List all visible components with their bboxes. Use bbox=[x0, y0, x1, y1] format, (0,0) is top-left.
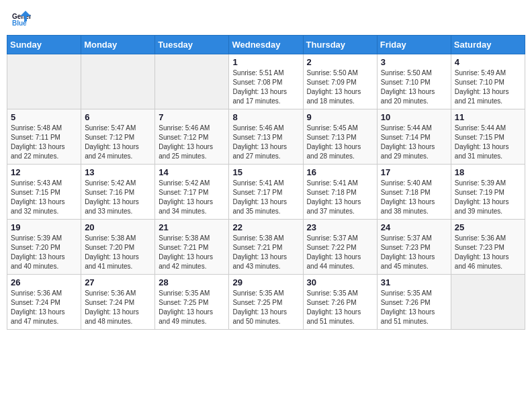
calendar-cell: 19Sunrise: 5:39 AM Sunset: 7:20 PM Dayli… bbox=[7, 220, 81, 275]
day-detail: Sunrise: 5:35 AM Sunset: 7:25 PM Dayligh… bbox=[159, 289, 225, 326]
day-number: 26 bbox=[11, 277, 77, 287]
day-detail: Sunrise: 5:37 AM Sunset: 7:22 PM Dayligh… bbox=[307, 234, 373, 271]
day-number: 5 bbox=[11, 112, 77, 122]
day-number: 13 bbox=[85, 167, 151, 177]
calendar-cell: 23Sunrise: 5:37 AM Sunset: 7:22 PM Dayli… bbox=[303, 220, 377, 275]
calendar-cell: 15Sunrise: 5:41 AM Sunset: 7:17 PM Dayli… bbox=[229, 165, 303, 220]
calendar-cell: 17Sunrise: 5:40 AM Sunset: 7:18 PM Dayli… bbox=[377, 165, 451, 220]
day-number: 2 bbox=[307, 57, 373, 67]
calendar-cell bbox=[7, 54, 81, 109]
weekday-header-monday: Monday bbox=[81, 36, 155, 54]
day-number: 25 bbox=[455, 222, 521, 232]
calendar-cell: 18Sunrise: 5:39 AM Sunset: 7:19 PM Dayli… bbox=[451, 165, 525, 220]
day-number: 19 bbox=[11, 222, 77, 232]
weekday-header-saturday: Saturday bbox=[451, 36, 525, 54]
day-number: 12 bbox=[11, 167, 77, 177]
day-number: 9 bbox=[307, 112, 373, 122]
calendar-week-5: 26Sunrise: 5:36 AM Sunset: 7:24 PM Dayli… bbox=[7, 275, 525, 330]
calendar-week-1: 1Sunrise: 5:51 AM Sunset: 7:08 PM Daylig… bbox=[7, 54, 525, 109]
calendar-cell: 8Sunrise: 5:46 AM Sunset: 7:13 PM Daylig… bbox=[229, 109, 303, 165]
day-detail: Sunrise: 5:42 AM Sunset: 7:17 PM Dayligh… bbox=[159, 179, 225, 216]
day-number: 11 bbox=[455, 112, 521, 122]
day-detail: Sunrise: 5:38 AM Sunset: 7:21 PM Dayligh… bbox=[232, 234, 299, 271]
day-number: 24 bbox=[381, 222, 447, 232]
day-number: 16 bbox=[307, 167, 373, 177]
calendar-cell bbox=[451, 275, 525, 330]
weekday-header-friday: Friday bbox=[377, 36, 451, 54]
calendar-cell: 21Sunrise: 5:38 AM Sunset: 7:21 PM Dayli… bbox=[155, 220, 229, 275]
day-number: 14 bbox=[159, 167, 225, 177]
day-number: 23 bbox=[307, 222, 373, 232]
day-detail: Sunrise: 5:37 AM Sunset: 7:23 PM Dayligh… bbox=[381, 234, 447, 271]
day-detail: Sunrise: 5:47 AM Sunset: 7:12 PM Dayligh… bbox=[85, 124, 151, 161]
day-detail: Sunrise: 5:50 AM Sunset: 7:10 PM Dayligh… bbox=[381, 68, 447, 106]
day-number: 18 bbox=[455, 167, 521, 177]
page-header: General Blue bbox=[7, 7, 525, 31]
day-number: 15 bbox=[232, 167, 299, 177]
day-detail: Sunrise: 5:36 AM Sunset: 7:24 PM Dayligh… bbox=[85, 289, 151, 326]
day-detail: Sunrise: 5:39 AM Sunset: 7:19 PM Dayligh… bbox=[455, 179, 521, 216]
weekday-header-row: SundayMondayTuesdayWednesdayThursdayFrid… bbox=[7, 36, 525, 54]
calendar-cell: 1Sunrise: 5:51 AM Sunset: 7:08 PM Daylig… bbox=[229, 54, 303, 109]
calendar-cell bbox=[81, 54, 155, 109]
logo: General Blue bbox=[12, 9, 34, 28]
calendar-cell: 29Sunrise: 5:35 AM Sunset: 7:25 PM Dayli… bbox=[229, 275, 303, 330]
calendar-cell: 13Sunrise: 5:42 AM Sunset: 7:16 PM Dayli… bbox=[81, 165, 155, 220]
calendar-cell: 14Sunrise: 5:42 AM Sunset: 7:17 PM Dayli… bbox=[155, 165, 229, 220]
calendar-cell: 12Sunrise: 5:43 AM Sunset: 7:15 PM Dayli… bbox=[7, 165, 81, 220]
day-detail: Sunrise: 5:41 AM Sunset: 7:18 PM Dayligh… bbox=[307, 179, 373, 216]
calendar-cell: 30Sunrise: 5:35 AM Sunset: 7:26 PM Dayli… bbox=[303, 275, 377, 330]
day-number: 21 bbox=[159, 222, 225, 232]
day-number: 28 bbox=[159, 277, 225, 287]
calendar-header: SundayMondayTuesdayWednesdayThursdayFrid… bbox=[7, 36, 525, 54]
day-detail: Sunrise: 5:38 AM Sunset: 7:20 PM Dayligh… bbox=[85, 234, 151, 271]
calendar-cell: 25Sunrise: 5:36 AM Sunset: 7:23 PM Dayli… bbox=[451, 220, 525, 275]
calendar-body: 1Sunrise: 5:51 AM Sunset: 7:08 PM Daylig… bbox=[7, 54, 525, 330]
calendar-cell: 31Sunrise: 5:35 AM Sunset: 7:26 PM Dayli… bbox=[377, 275, 451, 330]
calendar-cell: 2Sunrise: 5:50 AM Sunset: 7:09 PM Daylig… bbox=[303, 54, 377, 109]
day-detail: Sunrise: 5:44 AM Sunset: 7:15 PM Dayligh… bbox=[455, 124, 521, 161]
calendar-table: SundayMondayTuesdayWednesdayThursdayFrid… bbox=[7, 35, 525, 330]
calendar-week-3: 12Sunrise: 5:43 AM Sunset: 7:15 PM Dayli… bbox=[7, 165, 525, 220]
day-detail: Sunrise: 5:35 AM Sunset: 7:25 PM Dayligh… bbox=[232, 289, 299, 326]
day-number: 6 bbox=[85, 112, 151, 122]
day-number: 7 bbox=[159, 112, 225, 122]
weekday-header-wednesday: Wednesday bbox=[229, 36, 303, 54]
day-detail: Sunrise: 5:38 AM Sunset: 7:21 PM Dayligh… bbox=[159, 234, 225, 271]
calendar-cell: 26Sunrise: 5:36 AM Sunset: 7:24 PM Dayli… bbox=[7, 275, 81, 330]
day-detail: Sunrise: 5:46 AM Sunset: 7:12 PM Dayligh… bbox=[159, 124, 225, 161]
day-number: 17 bbox=[381, 167, 447, 177]
day-detail: Sunrise: 5:40 AM Sunset: 7:18 PM Dayligh… bbox=[381, 179, 447, 216]
weekday-header-tuesday: Tuesday bbox=[155, 36, 229, 54]
calendar-cell: 11Sunrise: 5:44 AM Sunset: 7:15 PM Dayli… bbox=[451, 109, 525, 165]
calendar-cell: 27Sunrise: 5:36 AM Sunset: 7:24 PM Dayli… bbox=[81, 275, 155, 330]
calendar-cell: 20Sunrise: 5:38 AM Sunset: 7:20 PM Dayli… bbox=[81, 220, 155, 275]
day-detail: Sunrise: 5:42 AM Sunset: 7:16 PM Dayligh… bbox=[85, 179, 151, 216]
calendar-cell: 6Sunrise: 5:47 AM Sunset: 7:12 PM Daylig… bbox=[81, 109, 155, 165]
day-detail: Sunrise: 5:41 AM Sunset: 7:17 PM Dayligh… bbox=[232, 179, 299, 216]
day-number: 29 bbox=[232, 277, 299, 287]
calendar-cell: 10Sunrise: 5:44 AM Sunset: 7:14 PM Dayli… bbox=[377, 109, 451, 165]
calendar-cell bbox=[155, 54, 229, 109]
day-detail: Sunrise: 5:39 AM Sunset: 7:20 PM Dayligh… bbox=[11, 234, 77, 271]
day-number: 27 bbox=[85, 277, 151, 287]
day-detail: Sunrise: 5:48 AM Sunset: 7:11 PM Dayligh… bbox=[11, 124, 77, 161]
day-detail: Sunrise: 5:50 AM Sunset: 7:09 PM Dayligh… bbox=[307, 68, 373, 106]
day-number: 4 bbox=[455, 57, 521, 67]
calendar-cell: 28Sunrise: 5:35 AM Sunset: 7:25 PM Dayli… bbox=[155, 275, 229, 330]
calendar-cell: 5Sunrise: 5:48 AM Sunset: 7:11 PM Daylig… bbox=[7, 109, 81, 165]
calendar-cell: 3Sunrise: 5:50 AM Sunset: 7:10 PM Daylig… bbox=[377, 54, 451, 109]
day-number: 20 bbox=[85, 222, 151, 232]
day-detail: Sunrise: 5:49 AM Sunset: 7:10 PM Dayligh… bbox=[455, 68, 521, 106]
day-detail: Sunrise: 5:36 AM Sunset: 7:24 PM Dayligh… bbox=[11, 289, 77, 326]
day-number: 1 bbox=[232, 57, 299, 67]
day-number: 30 bbox=[307, 277, 373, 287]
logo-icon: General Blue bbox=[12, 9, 31, 28]
calendar-cell: 4Sunrise: 5:49 AM Sunset: 7:10 PM Daylig… bbox=[451, 54, 525, 109]
calendar-cell: 24Sunrise: 5:37 AM Sunset: 7:23 PM Dayli… bbox=[377, 220, 451, 275]
day-detail: Sunrise: 5:35 AM Sunset: 7:26 PM Dayligh… bbox=[381, 289, 447, 326]
weekday-header-thursday: Thursday bbox=[303, 36, 377, 54]
day-detail: Sunrise: 5:45 AM Sunset: 7:13 PM Dayligh… bbox=[307, 124, 373, 161]
day-number: 31 bbox=[381, 277, 447, 287]
calendar-cell: 22Sunrise: 5:38 AM Sunset: 7:21 PM Dayli… bbox=[229, 220, 303, 275]
